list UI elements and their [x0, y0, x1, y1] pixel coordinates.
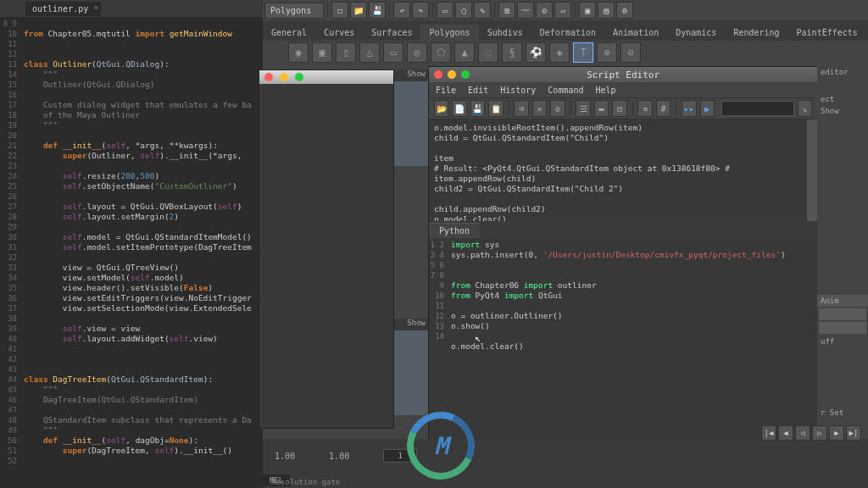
plane-icon[interactable]: ▭ — [383, 42, 403, 63]
source-script-icon[interactable]: 📄 — [452, 100, 466, 117]
shelf-tab-general[interactable]: General — [263, 25, 315, 41]
snap-plane-icon[interactable]: ▱ — [554, 2, 571, 19]
cube-icon[interactable]: ▣ — [312, 42, 332, 63]
goto-end-icon[interactable]: ▶| — [846, 425, 861, 441]
panel-show-label[interactable]: Show — [394, 69, 428, 81]
clear-history-icon[interactable]: ⌫ — [514, 100, 528, 117]
script-history-output[interactable]: o.model.invisibleRootItem().appendRow(it… — [429, 119, 817, 221]
shelf-tab-subdivs[interactable]: Subdivs — [479, 25, 531, 41]
save-script-icon[interactable]: 💾 — [470, 100, 485, 117]
combine-icon[interactable]: ⊕ — [597, 42, 617, 63]
sphere-icon[interactable]: ◉ — [288, 42, 309, 63]
goto-start-icon[interactable]: |◀ — [761, 425, 776, 441]
shelf-tab-animation[interactable]: Animation — [604, 25, 667, 41]
ipr-icon[interactable]: ▤ — [598, 2, 615, 19]
scrollbar[interactable] — [807, 119, 817, 221]
menu-edit[interactable]: Edit — [468, 86, 488, 95]
close-window-icon[interactable] — [434, 70, 442, 79]
anim-label[interactable]: Anim — [817, 295, 868, 307]
goto-icon[interactable]: ↘ — [798, 100, 812, 117]
shelf-tab-painteffects[interactable]: PaintEffects — [788, 25, 866, 41]
show-label[interactable]: Show — [817, 105, 868, 117]
window-title: Script Editor — [587, 69, 659, 80]
open-icon[interactable]: 📁 — [350, 2, 367, 19]
close-window-icon[interactable] — [264, 73, 273, 81]
maximize-window-icon[interactable] — [295, 73, 303, 81]
execute-icon[interactable]: ▸▸ — [682, 100, 696, 117]
clear-all-icon[interactable]: ⊘ — [550, 100, 565, 117]
tab-label: outliner.py — [32, 4, 88, 14]
lasso-icon[interactable]: ◯ — [455, 2, 472, 19]
shelf-tab-deformation[interactable]: Deformation — [531, 25, 604, 41]
step-forward-icon[interactable]: ▶ — [829, 425, 844, 441]
python-tab[interactable]: Python — [429, 223, 480, 238]
maximize-window-icon[interactable] — [461, 70, 470, 79]
shelf-tab-curves[interactable]: Curves — [315, 25, 363, 41]
menu-command[interactable]: Command — [548, 86, 583, 95]
shelf-tab-dynamics[interactable]: Dynamics — [667, 25, 725, 41]
watermark-logo: M — [407, 412, 475, 480]
torus-icon[interactable]: ◎ — [407, 42, 427, 63]
helix-icon[interactable]: § — [502, 42, 522, 63]
snap-grid-icon[interactable]: ⊞ — [498, 2, 515, 19]
render-icon[interactable]: ▣ — [579, 2, 596, 19]
undo-icon[interactable]: ↶ — [393, 2, 410, 19]
close-icon[interactable]: × — [94, 3, 98, 12]
show-both-icon[interactable]: ⊟ — [612, 100, 626, 117]
anim-field-2[interactable] — [819, 322, 866, 334]
type-icon[interactable]: T — [573, 42, 593, 63]
shelf-tab-rendering[interactable]: Rendering — [725, 25, 787, 41]
redo-icon[interactable]: ↷ — [412, 2, 429, 19]
separator — [327, 3, 328, 18]
timeline-bar[interactable]: 1.00 1.00 1 — [263, 439, 868, 473]
separator — [676, 101, 676, 116]
search-input[interactable] — [721, 101, 794, 116]
show-history-icon[interactable]: ☰ — [576, 100, 590, 117]
line-numbers-icon[interactable]: # — [656, 100, 670, 117]
menu-history[interactable]: History — [500, 86, 536, 95]
shelf-tab-surfaces[interactable]: Surfaces — [363, 25, 420, 41]
soccer-icon[interactable]: ⚽ — [526, 42, 546, 63]
paint-icon[interactable]: ✎ — [474, 2, 491, 19]
prism-icon[interactable]: ⬠ — [431, 42, 451, 63]
panel-show-label-2[interactable]: Show — [394, 319, 428, 330]
shelf-tab-polygons[interactable]: Polygons — [420, 25, 478, 41]
pipe-icon[interactable]: ◌ — [478, 42, 498, 63]
render-settings-icon[interactable]: ⚙ — [616, 2, 633, 19]
platonic-icon[interactable]: ◈ — [549, 42, 570, 63]
outliner-titlebar[interactable] — [259, 70, 393, 84]
echo-icon[interactable]: ≡ — [637, 100, 652, 117]
module-dropdown[interactable]: Polygons — [264, 3, 324, 19]
custom-outliner-window[interactable] — [259, 69, 394, 429]
menu-file[interactable]: File — [436, 86, 456, 95]
save-icon[interactable]: 💾 — [369, 2, 386, 19]
cylinder-icon[interactable]: ▯ — [336, 42, 356, 63]
code-content[interactable]: from Chapter05.mqtutil import getMainWin… — [20, 17, 263, 488]
minimize-window-icon[interactable] — [280, 73, 288, 81]
editor-tab[interactable]: outliner.py × — [25, 2, 101, 16]
snap-point-icon[interactable]: ⊙ — [536, 2, 553, 19]
maya-shelf: ◉ ▣ ▯ △ ▭ ◎ ⬠ ▲ ◌ § ⚽ ◈ T ⊕ ⊖ — [263, 41, 868, 64]
execute-all-icon[interactable]: ▶ — [700, 100, 715, 117]
script-editor-window: Script Editor FileEditHistoryCommandHelp… — [428, 66, 818, 473]
step-back-icon[interactable]: ◀ — [778, 425, 793, 441]
code-editor-panel: outliner.py × 8 9 10 11 12 13 14 15 16 1… — [0, 0, 263, 488]
open-script-icon[interactable]: 📂 — [434, 100, 448, 117]
cone-icon[interactable]: △ — [359, 42, 380, 63]
snap-curve-icon[interactable]: 〰 — [517, 2, 534, 19]
play-forward-icon[interactable]: ▷ — [812, 425, 827, 441]
select-icon[interactable]: ▭ — [437, 2, 453, 19]
show-input-icon[interactable]: ▬ — [594, 100, 609, 117]
extract-icon[interactable]: ⊖ — [620, 42, 641, 63]
viewport-fragment-2 — [394, 330, 428, 415]
clear-input-icon[interactable]: ✕ — [532, 100, 547, 117]
script-editor-titlebar[interactable]: Script Editor — [429, 67, 817, 82]
play-back-icon[interactable]: ◁ — [795, 425, 810, 441]
new-scene-icon[interactable]: ◻ — [331, 2, 348, 19]
pyramid-icon[interactable]: ▲ — [454, 42, 475, 63]
minimize-window-icon[interactable] — [448, 70, 456, 79]
anim-field[interactable] — [819, 308, 866, 320]
menu-help[interactable]: Help — [596, 86, 616, 95]
viewport-fragment — [394, 81, 428, 166]
save-to-shelf-icon[interactable]: 📋 — [488, 100, 503, 117]
